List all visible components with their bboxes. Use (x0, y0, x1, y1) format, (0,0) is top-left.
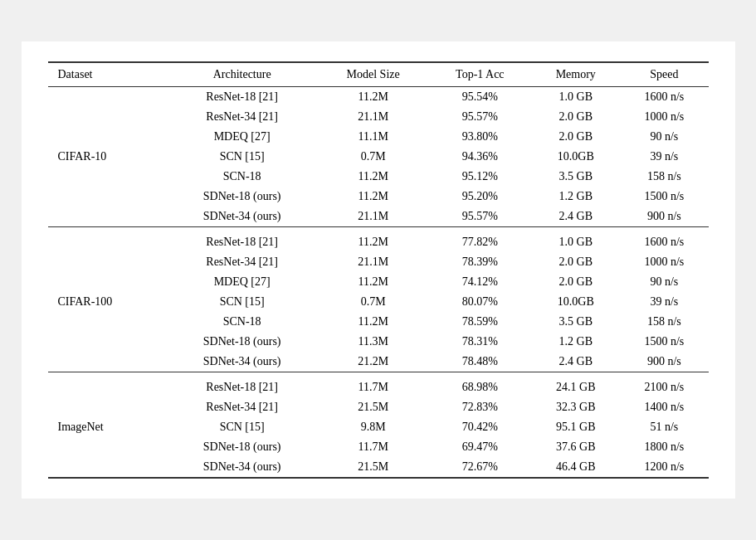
data-cell: SCN-18 (166, 167, 318, 187)
table-row: SCN-1811.2M78.59%3.5 GB158 n/s (48, 312, 709, 332)
table-row: MDEQ [27]11.1M93.80%2.0 GB90 n/s (48, 127, 709, 147)
data-cell: 21.5M (318, 457, 428, 478)
data-cell: 39 n/s (620, 292, 708, 312)
dataset-cell: CIFAR-100 (48, 292, 167, 312)
data-cell: 1800 n/s (620, 437, 708, 457)
data-cell: 0.7M (318, 292, 428, 312)
dataset-cell (48, 167, 167, 187)
dataset-cell (48, 437, 167, 457)
data-cell: 2.0 GB (531, 107, 620, 127)
data-cell: 11.1M (318, 127, 428, 147)
data-cell: 11.7M (318, 437, 428, 457)
data-cell: 93.80% (428, 127, 531, 147)
data-cell: 1500 n/s (620, 187, 708, 207)
data-cell: MDEQ [27] (166, 272, 318, 292)
data-cell: 95.12% (428, 167, 531, 187)
data-cell: 95.1 GB (531, 417, 620, 437)
data-cell: 21.1M (318, 207, 428, 227)
data-cell: 94.36% (428, 147, 531, 167)
dataset-cell (48, 187, 167, 207)
data-cell: 51 n/s (620, 417, 708, 437)
data-cell: 46.4 GB (531, 457, 620, 478)
data-cell: 80.07% (428, 292, 531, 312)
data-cell: 37.6 GB (531, 437, 620, 457)
data-cell: 95.54% (428, 87, 531, 108)
data-cell: 21.1M (318, 252, 428, 272)
data-cell: 21.2M (318, 352, 428, 372)
comparison-table: Dataset Architecture Model Size Top-1 Ac… (48, 61, 709, 479)
dataset-cell: CIFAR-10 (48, 147, 167, 167)
data-cell: 1500 n/s (620, 332, 708, 352)
data-cell: 21.5M (318, 397, 428, 417)
dataset-cell (48, 352, 167, 372)
data-cell: 1000 n/s (620, 107, 708, 127)
table-row: SCN-1811.2M95.12%3.5 GB158 n/s (48, 167, 709, 187)
table-row: ResNet-18 [21]11.2M77.82%1.0 GB1600 n/s (48, 227, 709, 253)
data-cell: 11.2M (318, 312, 428, 332)
col-header-model-size: Model Size (318, 62, 428, 87)
data-cell: SDNet-18 (ours) (166, 437, 318, 457)
table-row: MDEQ [27]11.2M74.12%2.0 GB90 n/s (48, 272, 709, 292)
table-row: ResNet-18 [21]11.7M68.98%24.1 GB2100 n/s (48, 372, 709, 398)
data-cell: 11.2M (318, 87, 428, 108)
data-cell: SDNet-18 (ours) (166, 332, 318, 352)
data-cell: 2.0 GB (531, 127, 620, 147)
table-row: CIFAR-10SCN [15]0.7M94.36%10.0GB39 n/s (48, 147, 709, 167)
data-cell: 95.57% (428, 207, 531, 227)
col-header-top1-acc: Top-1 Acc (428, 62, 531, 87)
col-header-architecture: Architecture (166, 62, 318, 87)
data-cell: 1200 n/s (620, 457, 708, 478)
dataset-cell (48, 312, 167, 332)
table-row: ImageNetSCN [15]9.8M70.42%95.1 GB51 n/s (48, 417, 709, 437)
data-cell: 78.59% (428, 312, 531, 332)
data-cell: 2.4 GB (531, 207, 620, 227)
col-header-dataset: Dataset (48, 62, 167, 87)
data-cell: SCN [15] (166, 417, 318, 437)
data-cell: SCN-18 (166, 312, 318, 332)
dataset-cell (48, 272, 167, 292)
dataset-cell (48, 397, 167, 417)
table-row: SDNet-18 (ours)11.2M95.20%1.2 GB1500 n/s (48, 187, 709, 207)
data-cell: 11.2M (318, 272, 428, 292)
data-cell: 11.2M (318, 227, 428, 253)
dataset-cell (48, 207, 167, 227)
data-cell: 2.4 GB (531, 352, 620, 372)
data-cell: 158 n/s (620, 167, 708, 187)
data-cell: 72.83% (428, 397, 531, 417)
data-cell: 74.12% (428, 272, 531, 292)
header-row: Dataset Architecture Model Size Top-1 Ac… (48, 62, 709, 87)
data-cell: ResNet-18 [21] (166, 227, 318, 253)
data-cell: 21.1M (318, 107, 428, 127)
data-cell: ResNet-34 [21] (166, 397, 318, 417)
data-cell: MDEQ [27] (166, 127, 318, 147)
data-cell: 1400 n/s (620, 397, 708, 417)
data-cell: ResNet-18 [21] (166, 372, 318, 398)
data-cell: 3.5 GB (531, 312, 620, 332)
data-cell: 1.2 GB (531, 332, 620, 352)
dataset-cell (48, 227, 167, 253)
data-cell: 32.3 GB (531, 397, 620, 417)
data-cell: 11.3M (318, 332, 428, 352)
dataset-cell (48, 127, 167, 147)
table-row: ResNet-34 [21]21.1M95.57%2.0 GB1000 n/s (48, 107, 709, 127)
table-body: ResNet-18 [21]11.2M95.54%1.0 GB1600 n/sR… (48, 87, 709, 479)
data-cell: 9.8M (318, 417, 428, 437)
dataset-cell: ImageNet (48, 417, 167, 437)
data-cell: ResNet-34 [21] (166, 252, 318, 272)
dataset-cell (48, 252, 167, 272)
data-cell: 24.1 GB (531, 372, 620, 398)
dataset-cell (48, 372, 167, 398)
table-row: SDNet-18 (ours)11.7M69.47%37.6 GB1800 n/… (48, 437, 709, 457)
data-cell: 1.0 GB (531, 87, 620, 108)
table-row: SDNet-18 (ours)11.3M78.31%1.2 GB1500 n/s (48, 332, 709, 352)
data-cell: ResNet-18 [21] (166, 87, 318, 108)
data-cell: SDNet-34 (ours) (166, 457, 318, 478)
data-cell: 3.5 GB (531, 167, 620, 187)
data-cell: SDNet-34 (ours) (166, 207, 318, 227)
data-cell: 95.57% (428, 107, 531, 127)
data-cell: 78.31% (428, 332, 531, 352)
data-cell: 1.2 GB (531, 187, 620, 207)
col-header-memory: Memory (531, 62, 620, 87)
table-row: SDNet-34 (ours)21.2M78.48%2.4 GB900 n/s (48, 352, 709, 372)
data-cell: SDNet-34 (ours) (166, 352, 318, 372)
